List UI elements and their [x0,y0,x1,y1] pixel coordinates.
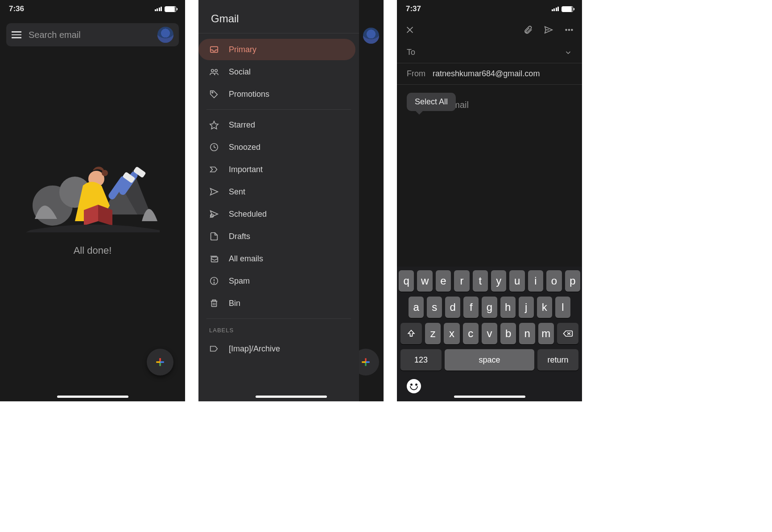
empty-text: All done! [74,245,112,256]
more-icon[interactable] [564,25,574,35]
send-icon[interactable] [544,25,553,35]
signal-icon [155,7,162,11]
stacked-icon [209,254,219,264]
file-icon [209,231,219,241]
drawer-item-bin[interactable]: Bin [198,293,355,314]
home-indicator[interactable] [454,396,525,398]
backspace-key[interactable] [557,323,578,344]
attach-icon[interactable] [523,25,533,35]
drawer-item-sent[interactable]: Sent [198,181,355,202]
drawer-item-starred[interactable]: Starred [198,114,355,136]
key-q[interactable]: q [399,270,414,292]
svg-point-31 [214,283,215,284]
avatar[interactable] [157,27,173,43]
plus-icon [154,356,166,368]
signal-icon [552,7,559,11]
space-key[interactable]: space [445,349,534,371]
drawer-item-promotions[interactable]: Promotions [198,83,355,105]
compose-fab[interactable] [147,349,173,375]
drawer-item--imap-archive[interactable]: [Imap]/Archive [198,338,355,359]
key-m[interactable]: m [538,323,554,344]
key-s[interactable]: s [427,297,442,318]
avatar[interactable] [363,28,379,44]
return-key[interactable]: return [537,349,578,371]
chevron-down-icon[interactable] [564,49,572,57]
key-l[interactable]: l [555,297,570,318]
num-key[interactable]: 123 [400,349,442,371]
key-j[interactable]: j [519,297,534,318]
divider [198,33,359,33]
key-o[interactable]: o [546,270,561,292]
compose-toolbar [397,18,582,42]
select-all-label: Select All [415,97,448,106]
drawer-item-social[interactable]: Social [198,61,355,82]
close-icon[interactable] [405,25,415,35]
status-time: 7:36 [9,4,24,13]
key-g[interactable]: g [482,297,497,318]
svg-point-40 [571,29,573,31]
drawer-item-label: Sent [229,187,245,197]
battery-icon [165,6,176,12]
to-field[interactable]: To [397,42,582,63]
empty-illustration [26,143,160,232]
key-z[interactable]: z [425,323,441,344]
key-i[interactable]: i [528,270,543,292]
drawer-item-spam[interactable]: Spam [198,270,355,292]
screen-drawer: Gmail PrimarySocialPromotions StarredSno… [198,0,384,401]
svg-marker-25 [210,121,218,129]
home-indicator[interactable] [57,396,128,398]
drawer-item-scheduled[interactable]: Scheduled [198,203,355,225]
key-r[interactable]: r [454,270,469,292]
svg-point-24 [212,92,213,93]
drawer-item-snoozed[interactable]: Snoozed [198,136,355,158]
important-icon [209,165,219,174]
drawer-item-label: All emails [229,254,263,264]
star-icon [209,120,219,130]
key-x[interactable]: x [444,323,459,344]
key-c[interactable]: c [463,323,479,344]
svg-rect-32 [212,301,217,306]
trash-icon [209,298,219,308]
status-bar: 7:37 [397,0,582,18]
key-f[interactable]: f [463,297,479,318]
scheduled-icon [209,209,219,219]
select-all-popover[interactable]: Select All [407,93,456,111]
key-k[interactable]: k [537,297,552,318]
home-indicator[interactable] [256,396,327,398]
key-v[interactable]: v [482,323,497,344]
drawer-item-label: [Imap]/Archive [229,344,280,354]
from-field[interactable]: From ratneshkumar684@gmail.com [397,63,582,85]
key-d[interactable]: d [445,297,460,318]
status-right [155,6,177,12]
emoji-key[interactable] [407,379,421,393]
key-n[interactable]: n [519,323,535,344]
from-label: From [407,69,425,78]
shift-key[interactable] [400,323,422,344]
drawer-item-drafts[interactable]: Drafts [198,226,355,247]
search-bar[interactable]: Search email [6,23,179,46]
key-a[interactable]: a [409,297,424,318]
key-p[interactable]: p [565,270,580,292]
inbox-icon [209,45,219,54]
drawer-item-important[interactable]: Important [198,159,355,180]
drawer-item-all-emails[interactable]: All emails [198,248,355,269]
key-e[interactable]: e [436,270,451,292]
alert-icon [209,276,219,286]
drawer-item-label: Primary [229,45,256,54]
divider [206,109,351,110]
nav-drawer: Gmail PrimarySocialPromotions StarredSno… [198,0,359,401]
hamburger-icon[interactable] [12,31,21,38]
key-y[interactable]: y [491,270,506,292]
drawer-item-label: Spam [229,276,250,286]
key-h[interactable]: h [500,297,516,318]
labels-header: LABELS [198,322,359,337]
drawer-item-primary[interactable]: Primary [198,39,355,60]
drawer-title: Gmail [198,4,359,33]
svg-point-22 [211,70,214,72]
key-t[interactable]: t [473,270,488,292]
svg-point-23 [215,70,218,72]
key-b[interactable]: b [500,323,516,344]
svg-rect-21 [211,47,218,53]
key-u[interactable]: u [509,270,524,292]
key-w[interactable]: w [417,270,432,292]
